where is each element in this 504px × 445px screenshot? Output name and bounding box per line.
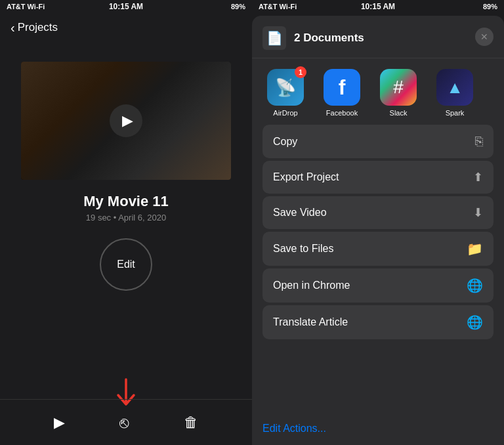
video-thumbnail[interactable]: ▶ xyxy=(21,62,231,180)
back-chevron-icon: ‹ xyxy=(10,20,15,35)
right-status-bar: AT&T Wi-Fi 10:15 AM 89% xyxy=(252,0,504,13)
copy-icon: ⎘ xyxy=(475,134,483,149)
right-panel: AT&T Wi-Fi 10:15 AM 89% 📄 2 Documents ✕ … xyxy=(252,0,504,445)
edit-actions-label: Edit Actions... xyxy=(262,423,326,434)
left-carrier: AT&T Wi-Fi xyxy=(7,3,45,11)
edit-label: Edit xyxy=(117,259,135,270)
open-chrome-label: Open in Chrome xyxy=(273,280,350,291)
translate-label: Translate Article xyxy=(273,316,348,328)
trash-toolbar-icon[interactable]: 🗑 xyxy=(184,414,198,431)
share-title: 2 Documents xyxy=(294,32,364,45)
facebook-icon: f xyxy=(324,69,360,106)
play-icon: ▶ xyxy=(122,112,133,129)
slack-icon: # xyxy=(380,69,417,106)
airdrop-badge: 1 xyxy=(295,66,306,78)
airdrop-symbol: 📡 xyxy=(275,77,296,98)
document-icon: 📄 xyxy=(262,26,286,50)
action-export-project[interactable]: Export Project ⬆ xyxy=(262,161,494,194)
slack-symbol: # xyxy=(393,77,404,98)
spark-icon: ▲ xyxy=(436,69,473,106)
action-translate[interactable]: Translate Article 🌐 xyxy=(262,305,494,339)
save-video-icon: ⬇ xyxy=(473,205,483,220)
back-label: Projects xyxy=(18,21,58,34)
app-item-airdrop[interactable]: 📡 1 AirDrop xyxy=(262,69,308,117)
export-project-icon: ⬆ xyxy=(473,170,483,184)
share-toolbar-icon[interactable]: ⎋ xyxy=(119,413,129,432)
share-sheet: 📄 2 Documents ✕ 📡 1 AirDrop f Facebook xyxy=(252,16,504,445)
spark-symbol: ▲ xyxy=(446,77,463,98)
translate-icon: 🌐 xyxy=(467,314,483,330)
spark-label: Spark xyxy=(446,109,465,117)
play-button[interactable]: ▶ xyxy=(110,104,142,137)
left-content: ▶ My Movie 11 19 sec • April 6, 2020 Edi… xyxy=(0,42,252,399)
action-open-chrome[interactable]: Open in Chrome 🌐 xyxy=(262,268,494,303)
fb-symbol: f xyxy=(339,75,346,100)
app-item-facebook[interactable]: f Facebook xyxy=(319,69,365,117)
left-panel: AT&T Wi-Fi 10:15 AM 89% ‹ Projects ▶ My … xyxy=(0,0,252,445)
movie-meta: 19 sec • April 6, 2020 xyxy=(86,213,166,222)
airdrop-icon: 📡 1 xyxy=(267,69,304,106)
action-list: Copy ⎘ Export Project ⬆ Save Video ⬇ Sav… xyxy=(252,122,504,413)
right-battery: 89% xyxy=(483,3,497,11)
export-project-label: Export Project xyxy=(273,171,339,183)
right-carrier: AT&T Wi-Fi xyxy=(259,3,297,11)
left-status-icons: 89% xyxy=(231,3,245,11)
left-nav-bar: ‹ Projects xyxy=(0,13,252,42)
edit-button[interactable]: Edit xyxy=(100,238,152,291)
movie-title: My Movie 11 xyxy=(83,193,169,210)
slack-label: Slack xyxy=(390,109,408,117)
app-item-slack[interactable]: # Slack xyxy=(375,69,421,117)
app-row: 📡 1 AirDrop f Facebook # Slack xyxy=(252,58,504,122)
edit-actions-button[interactable]: Edit Actions... xyxy=(252,413,504,445)
back-button[interactable]: ‹ Projects xyxy=(10,20,58,35)
right-time: 10:15 AM xyxy=(361,2,395,11)
save-files-icon: 📁 xyxy=(467,241,483,257)
action-save-video[interactable]: Save Video ⬇ xyxy=(262,196,494,229)
save-video-label: Save Video xyxy=(273,207,327,219)
save-files-label: Save to Files xyxy=(273,243,333,255)
close-button[interactable]: ✕ xyxy=(475,28,494,46)
action-copy[interactable]: Copy ⎘ xyxy=(262,125,494,158)
share-header: 📄 2 Documents ✕ xyxy=(252,16,504,58)
bottom-toolbar: ▶ ⎋ 🗑 xyxy=(0,399,252,445)
left-time: 10:15 AM xyxy=(109,2,143,11)
copy-label: Copy xyxy=(273,136,297,148)
open-chrome-icon: 🌐 xyxy=(467,278,483,293)
airdrop-label: AirDrop xyxy=(273,109,297,117)
action-save-files[interactable]: Save to Files 📁 xyxy=(262,232,494,266)
app-item-spark[interactable]: ▲ Spark xyxy=(432,69,478,117)
play-toolbar-icon[interactable]: ▶ xyxy=(54,414,65,431)
left-status-bar: AT&T Wi-Fi 10:15 AM 89% xyxy=(0,0,252,13)
facebook-label: Facebook xyxy=(326,109,358,117)
left-battery: 89% xyxy=(231,3,245,11)
